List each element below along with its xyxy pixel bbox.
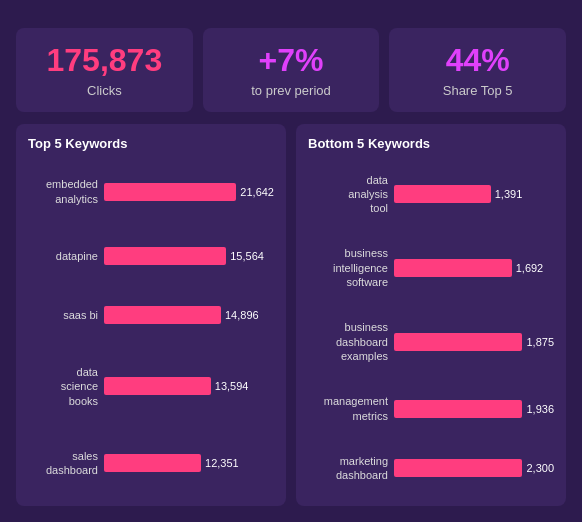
bar-fill [104,247,226,265]
stat-card-prev-period: +7%to prev period [203,28,380,112]
bottom5-bar-list: data analysis tool1,391business intellig… [308,161,554,494]
bar-track: 1,692 [394,259,554,277]
stat-value-prev-period: +7% [215,42,368,79]
dashboard-container: 175,873Clicks+7%to prev period44%Share T… [0,0,582,522]
bar-value: 1,875 [526,336,554,348]
bar-item: saas bi14,896 [28,306,274,324]
top5-title: Top 5 Keywords [28,136,274,151]
bar-item: datapine15,564 [28,247,274,265]
bar-fill [104,306,221,324]
bar-label: data analysis tool [308,173,388,216]
bar-track: 2,300 [394,459,554,477]
bar-value: 1,692 [516,262,544,274]
bar-label: marketing dashboard [308,454,388,483]
bar-track: 1,875 [394,333,554,351]
bar-fill [394,259,512,277]
bar-fill [394,185,491,203]
bar-value: 14,896 [225,309,259,321]
bar-track: 12,351 [104,454,274,472]
bar-track: 15,564 [104,247,274,265]
bar-track: 13,594 [104,377,274,395]
bar-item: management metrics1,936 [308,394,554,423]
bar-label: embedded analytics [28,177,98,206]
bar-fill [104,454,201,472]
bar-value: 21,642 [240,186,274,198]
stat-label-share-top5: Share Top 5 [401,83,554,98]
stat-card-share-top5: 44%Share Top 5 [389,28,566,112]
bar-item: data analysis tool1,391 [308,173,554,216]
bar-fill [104,377,211,395]
charts-row: Top 5 Keywords embedded analytics21,642d… [16,124,566,506]
stat-value-clicks: 175,873 [28,42,181,79]
bar-label: management metrics [308,394,388,423]
bar-label: saas bi [28,308,98,322]
bar-track: 21,642 [104,183,274,201]
bar-item: embedded analytics21,642 [28,177,274,206]
bar-item: business dashboard examples1,875 [308,320,554,363]
stat-label-prev-period: to prev period [215,83,368,98]
bar-fill [394,400,522,418]
bar-label: sales dashboard [28,449,98,478]
top5-bar-list: embedded analytics21,642datapine15,564sa… [28,161,274,494]
bar-value: 1,936 [526,403,554,415]
bar-item: business intelligence software1,692 [308,246,554,289]
bar-fill [394,459,522,477]
stat-value-share-top5: 44% [401,42,554,79]
bar-value: 2,300 [526,462,554,474]
bar-item: sales dashboard12,351 [28,449,274,478]
bar-fill [394,333,522,351]
stat-card-clicks: 175,873Clicks [16,28,193,112]
bottom5-title: Bottom 5 Keywords [308,136,554,151]
bar-fill [104,183,236,201]
bar-item: data science books13,594 [28,365,274,408]
top5-panel: Top 5 Keywords embedded analytics21,642d… [16,124,286,506]
bar-track: 1,391 [394,185,554,203]
bar-label: datapine [28,249,98,263]
bar-value: 13,594 [215,380,249,392]
stat-label-clicks: Clicks [28,83,181,98]
bar-value: 15,564 [230,250,264,262]
stat-row: 175,873Clicks+7%to prev period44%Share T… [16,28,566,112]
bar-item: marketing dashboard2,300 [308,454,554,483]
bar-value: 12,351 [205,457,239,469]
bar-value: 1,391 [495,188,523,200]
bar-label: business intelligence software [308,246,388,289]
bar-label: business dashboard examples [308,320,388,363]
bottom5-panel: Bottom 5 Keywords data analysis tool1,39… [296,124,566,506]
bar-track: 1,936 [394,400,554,418]
bar-track: 14,896 [104,306,274,324]
bar-label: data science books [28,365,98,408]
